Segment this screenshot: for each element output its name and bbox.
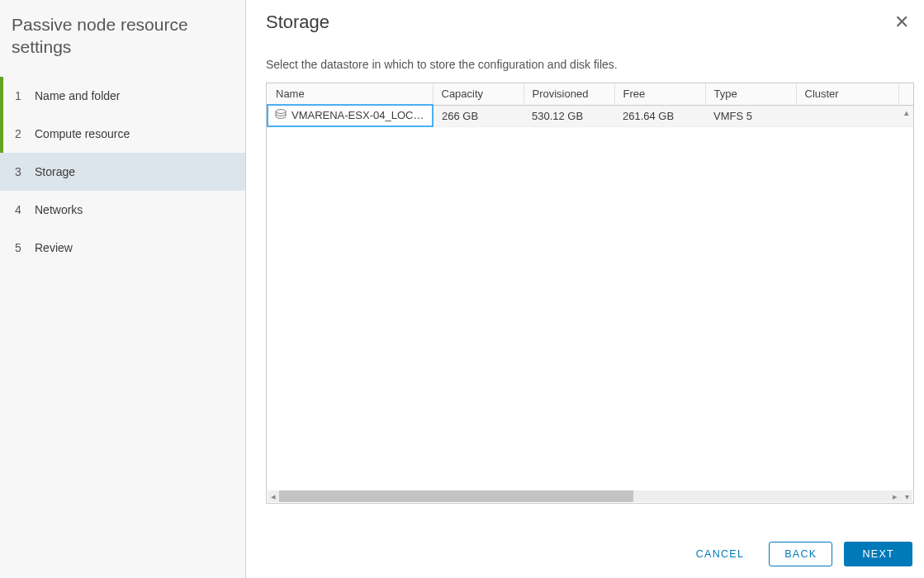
step-number: 2 [15,127,35,140]
datastore-table: Name Capacity Provisioned Free Type Clus… [266,83,914,504]
horizontal-scrollbar[interactable]: ◂ ▸ ▾ [268,490,912,502]
cell-name[interactable]: VMARENA-ESX-04_LOC… [268,105,433,126]
main-panel: Storage ✕ Select the datastore in which … [246,0,924,578]
col-header-cluster[interactable]: Cluster [796,83,898,105]
step-label: Review [35,241,73,254]
scrollbar-thumb[interactable] [279,490,633,502]
step-number: 5 [15,241,35,254]
page-subtitle: Select the datastore in which to store t… [266,58,914,71]
col-header-free[interactable]: Free [614,83,705,105]
scroll-left-icon[interactable]: ◂ [268,491,279,502]
col-header-scroll [898,83,913,105]
step-review[interactable]: 5 Review [0,229,245,267]
wizard-sidebar: Passive node resource settings 1 Name an… [0,0,246,578]
scroll-right-icon[interactable]: ▸ [889,491,901,502]
wizard-title: Passive node resource settings [0,10,245,77]
step-label: Networks [35,203,83,216]
step-networks[interactable]: 4 Networks [0,191,245,229]
scrollbar-track[interactable] [279,490,889,502]
step-number: 4 [15,203,35,216]
cell-provisioned: 530.12 GB [524,105,614,126]
step-number: 3 [15,165,35,178]
step-storage[interactable]: 3 Storage [0,153,245,191]
close-icon[interactable]: ✕ [889,12,914,33]
cell-name-text: VMARENA-ESX-04_LOC… [291,109,424,121]
cell-capacity: 266 GB [433,105,524,126]
datastore-icon [275,109,287,122]
step-compute-resource[interactable]: 2 Compute resource [0,115,245,153]
cell-cluster [796,105,898,126]
col-header-type[interactable]: Type [705,83,796,105]
step-label: Storage [35,165,75,178]
step-number: 1 [15,89,35,102]
scroll-up-icon[interactable]: ▴ [900,105,913,120]
cell-free: 261.64 GB [614,105,705,126]
table-row[interactable]: VMARENA-ESX-04_LOC… 266 GB 530.12 GB 261… [268,105,913,126]
col-header-capacity[interactable]: Capacity [433,83,524,105]
wizard-steps: 1 Name and folder 2 Compute resource 3 S… [0,77,245,267]
page-title: Storage [266,12,329,33]
wizard-footer: CANCEL BACK NEXT [683,542,912,566]
svg-point-0 [276,110,286,114]
cell-type: VMFS 5 [705,105,796,126]
cancel-button[interactable]: CANCEL [683,542,758,566]
step-name-and-folder[interactable]: 1 Name and folder [0,77,245,115]
back-button[interactable]: BACK [769,542,832,566]
col-header-name[interactable]: Name [268,83,433,105]
step-label: Compute resource [35,127,130,140]
step-label: Name and folder [35,89,121,102]
next-button[interactable]: NEXT [844,542,912,566]
scroll-menu-icon[interactable]: ▾ [901,492,912,501]
col-header-provisioned[interactable]: Provisioned [524,83,614,105]
